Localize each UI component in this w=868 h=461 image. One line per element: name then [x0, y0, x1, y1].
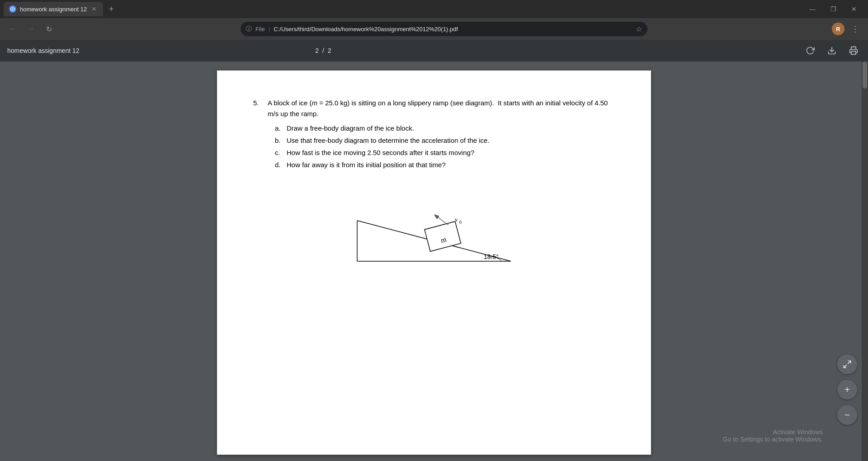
maximize-button[interactable]: ❐ — [823, 0, 844, 18]
float-buttons: + − — [837, 354, 857, 425]
pdf-reload-button[interactable] — [803, 43, 817, 58]
back-button[interactable]: ← — [5, 22, 20, 36]
sub-item-a: a. Draw a free-body diagram of the ice b… — [275, 122, 615, 134]
scrollbar-track[interactable] — [862, 61, 868, 461]
close-button[interactable]: ✕ — [844, 0, 864, 18]
new-tab-button[interactable]: + — [105, 3, 118, 15]
svg-rect-4 — [851, 52, 856, 55]
svg-text:v: v — [455, 216, 458, 223]
file-label: File — [255, 26, 265, 33]
sub-label-b: b. — [275, 134, 284, 146]
sub-label-a: a. — [275, 122, 284, 134]
svg-line-16 — [844, 365, 847, 368]
activate-line2: Go to Settings to activate Windows. — [723, 436, 823, 443]
pdf-current-page: 2 — [315, 47, 319, 54]
security-icon: ⓘ — [246, 25, 252, 33]
main-area: 5. A block of ice (m = 25.0 kg) is sitti… — [0, 61, 868, 461]
sub-item-c: c. How fast is the ice moving 2.50 secon… — [275, 146, 615, 159]
svg-text:18.5°: 18.5° — [484, 253, 499, 260]
address-separator: | — [269, 26, 270, 33]
active-tab[interactable]: homework assignment 12 ✕ — [4, 2, 103, 16]
activate-line1: Activate Windows — [723, 428, 823, 436]
tab-title: homework assignment 12 — [20, 6, 87, 13]
pdf-title: homework assignment 12 — [7, 47, 80, 54]
browser-chrome: homework assignment 12 ✕ + — ❐ ✕ ← → ↻ ⓘ… — [0, 0, 868, 40]
sub-text-d: How far away is it from its initial posi… — [287, 159, 446, 171]
pdf-controls — [803, 43, 861, 58]
pdf-total-pages: 2 — [328, 47, 331, 54]
sub-item-d: d. How far away is it from its initial p… — [275, 159, 615, 171]
window-controls: — ❐ ✕ — [802, 0, 864, 18]
fit-page-button[interactable] — [837, 354, 857, 374]
menu-button[interactable]: ⋮ — [848, 22, 863, 36]
activate-windows-watermark: Activate Windows Go to Settings to activ… — [723, 428, 823, 443]
address-input[interactable]: ⓘ File | C:/Users/third/Downloads/homewo… — [241, 22, 647, 36]
sub-label-d: d. — [275, 159, 284, 171]
svg-line-15 — [848, 361, 851, 364]
tab-close-button[interactable]: ✕ — [90, 5, 98, 13]
ramp-diagram: m v 0 18.5° — [348, 184, 520, 275]
minimize-button[interactable]: — — [802, 0, 823, 18]
diagram-wrap: m v 0 18.5° — [253, 184, 615, 275]
pdf-page-separator: / — [322, 47, 324, 54]
sub-item-b: b. Use that free-body diagram to determi… — [275, 134, 615, 146]
question-text: A block of ice (m = 25.0 kg) is sitting … — [268, 98, 615, 119]
reload-button[interactable]: ↻ — [42, 22, 56, 36]
zoom-in-button[interactable]: + — [837, 380, 857, 400]
user-avatar[interactable]: R — [832, 23, 844, 35]
question-block: 5. A block of ice (m = 25.0 kg) is sitti… — [253, 98, 615, 171]
pdf-page-info: 2 / 2 — [315, 47, 331, 54]
question-number: 5. — [253, 98, 264, 119]
tab-favicon — [9, 5, 16, 13]
svg-line-10 — [435, 215, 448, 225]
address-url: C:/Users/third/Downloads/homework%20assi… — [274, 26, 632, 33]
bookmark-icon[interactable]: ☆ — [636, 25, 642, 33]
forward-button[interactable]: → — [24, 22, 38, 36]
tab-bar: homework assignment 12 ✕ + — ❐ ✕ — [0, 0, 868, 18]
pdf-download-button[interactable] — [825, 43, 839, 58]
pdf-toolbar: homework assignment 12 2 / 2 — [0, 40, 868, 61]
sub-text-c: How fast is the ice moving 2.50 seconds … — [287, 146, 474, 159]
scrollbar-thumb[interactable] — [863, 61, 867, 89]
pdf-page: 5. A block of ice (m = 25.0 kg) is sitti… — [217, 71, 651, 455]
svg-text:0: 0 — [459, 220, 462, 225]
address-bar: ← → ↻ ⓘ File | C:/Users/third/Downloads/… — [0, 18, 868, 40]
question-header: 5. A block of ice (m = 25.0 kg) is sitti… — [253, 98, 615, 119]
zoom-out-button[interactable]: − — [837, 405, 857, 425]
sub-text-b: Use that free-body diagram to determine … — [287, 134, 490, 146]
pdf-print-button[interactable] — [846, 43, 861, 58]
sub-label-c: c. — [275, 146, 284, 159]
sub-text-a: Draw a free-body diagram of the ice bloc… — [287, 122, 414, 134]
sub-items-list: a. Draw a free-body diagram of the ice b… — [253, 122, 615, 171]
